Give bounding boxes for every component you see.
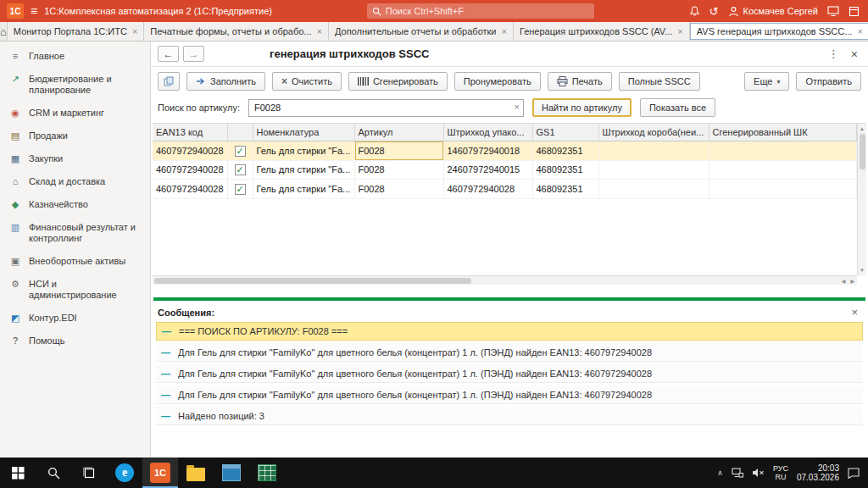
cell-article[interactable]: F0028 [354,160,443,180]
scroll-down-icon[interactable]: ▼ [860,265,865,275]
message-row[interactable]: — Найдено позиций: 3 [156,407,863,425]
table-row[interactable]: 4607972940028 ✓ Гель для стирки "Fa... F… [153,180,857,199]
notifications-bell-icon[interactable] [689,6,700,17]
history-icon[interactable]: ↺ [709,6,719,17]
form-more-menu-icon[interactable]: ⋮ [828,47,839,60]
service-menu-icon[interactable] [827,6,839,17]
sidebar-item-nsi-administration[interactable]: ⚙ НСИ и администрирование [0,273,150,307]
find-by-article-button[interactable]: Найти по артикулу [532,98,632,117]
row-checkbox[interactable]: ✓ [235,164,246,175]
scroll-up-icon[interactable]: ▲ [860,124,865,134]
cell-ean13[interactable]: 4607972940028 [153,160,227,180]
tab-monitor-its[interactable]: Монитор Портала 1С:ИТС × [8,22,144,41]
enumerate-button[interactable]: Пронумеровать [454,72,541,91]
cell-nomenclature[interactable]: Гель для стирки "Fa... [253,141,354,161]
taskbar-search-button[interactable] [36,458,71,488]
column-header-nomenclature[interactable]: Номенклатура [253,124,354,141]
global-search[interactable]: Поиск Ctrl+Shift+F [367,3,594,19]
message-row[interactable]: — Для Гель для стирки "FamilyKo" для цве… [156,364,863,383]
sidebar-item-noncurrent-assets[interactable]: ▣ Внеоборотные активы [0,250,150,273]
article-search-input[interactable] [248,99,524,117]
cell-ean13[interactable]: 4607972940028 [153,180,227,199]
cell-gs1[interactable]: 468092351 [532,160,598,180]
column-header-pack-barcode[interactable]: Штрихкод упако... [443,124,532,141]
full-sscc-button[interactable]: Полные SSCC [619,72,700,91]
tab-additional-reports[interactable]: Дополнительные отчеты и обработки × [329,22,514,41]
row-checkbox[interactable]: ✓ [235,184,246,195]
cell-article[interactable]: F0028 [354,180,443,199]
sidebar-item-treasury[interactable]: ◆ Казначейство [0,193,150,216]
cell-ean13[interactable]: 4607972940028 [153,141,227,161]
cell-generated[interactable] [709,141,857,161]
tab-close-icon[interactable]: × [857,26,862,36]
fill-button[interactable]: Заполнить [186,72,265,91]
cell-pack-barcode[interactable]: 24607972940015 [443,160,532,180]
cell-article[interactable]: F0028 [354,141,443,161]
tab-avs-sscc-generation[interactable]: AVS генерация штрихкодов SSCC... × [690,23,868,40]
copy-button[interactable] [158,72,180,91]
tab-close-icon[interactable]: × [502,26,507,36]
sidebar-item-main[interactable]: ≡ Главное [0,45,150,68]
tray-chevron-up-icon[interactable]: ∧ [717,469,723,477]
more-button[interactable]: Еще ▾ [744,72,789,91]
cell-generated[interactable] [709,180,857,199]
generate-button[interactable]: Сгенерировать [348,72,448,91]
column-header-box-barcode[interactable]: Штрихкод короба(неи... [598,124,709,141]
cell-gs1[interactable]: 468092351 [532,141,598,161]
cell-pack-barcode[interactable]: 4607972940028 [443,180,532,199]
vertical-scrollbar-thumb[interactable] [860,134,865,169]
home-tab-button[interactable]: ⌂ [0,22,8,41]
message-row[interactable]: — === ПОИСК ПО АРТИКУЛУ: F0028 === [156,322,863,341]
window-app-icon[interactable] [214,458,249,488]
column-header-article[interactable]: Артикул [354,124,443,141]
sidebar-item-sales[interactable]: ▤ Продажи [0,125,150,147]
cell-checkbox[interactable]: ✓ [227,141,253,161]
volume-muted-icon[interactable] [752,468,765,478]
cell-checkbox[interactable]: ✓ [227,160,253,180]
row-checkbox[interactable]: ✓ [235,146,246,157]
clock[interactable]: 20:03 07.03.2026 [797,463,839,482]
horizontal-scrollbar-thumb[interactable] [154,278,471,284]
sidebar-item-warehouse[interactable]: ⌂ Склад и доставка [0,170,150,193]
language-indicator[interactable]: РУС RU [773,464,788,481]
sidebar-item-purchases[interactable]: ▦ Закупки [0,147,150,170]
back-button[interactable]: ← [158,46,179,62]
cell-gs1[interactable]: 468092351 [532,180,598,199]
message-row[interactable]: — Для Гель для стирки "FamilyKo" для цве… [156,343,863,362]
send-button[interactable]: Отправить [796,72,861,91]
sidebar-item-financial-result[interactable]: ▥ Финансовый результат и контроллинг [0,216,150,250]
show-all-button[interactable]: Показать все [640,98,715,117]
column-header-ean13[interactable]: EAN13 код [153,124,227,141]
task-view-button[interactable] [71,458,107,488]
scroll-right-icon[interactable]: ▶ [848,278,857,284]
network-icon[interactable] [732,468,743,478]
cell-checkbox[interactable]: ✓ [227,180,253,199]
tab-close-icon[interactable]: × [317,26,322,36]
sidebar-item-crm[interactable]: ◉ CRM и маркетинг [0,102,150,125]
1c-app-icon[interactable]: 1С [142,458,178,488]
table-row[interactable]: 4607972940028 ✓ Гель для стирки "Fa... F… [153,141,857,161]
messages-close-icon[interactable]: × [851,306,861,319]
print-button[interactable]: Печать [548,72,612,91]
cell-box-barcode[interactable] [598,180,709,199]
table-row[interactable]: 4607972940028 ✓ Гель для стирки "Fa... F… [153,160,857,180]
message-row[interactable]: — Для Гель для стирки "FamilyKo" для цве… [156,385,863,404]
sidebar-item-help[interactable]: ? Помощь [0,330,150,352]
vertical-scrollbar[interactable]: ▲ ▼ [857,124,866,275]
collapse-panel-icon[interactable] [849,6,860,17]
cell-pack-barcode[interactable]: 14607972940018 [443,141,532,161]
cell-generated[interactable] [709,160,857,180]
cell-box-barcode[interactable] [598,141,709,161]
tab-close-icon[interactable]: × [132,26,137,36]
cell-nomenclature[interactable]: Гель для стирки "Fa... [253,180,354,199]
column-header-checkbox[interactable] [227,124,253,141]
start-button[interactable] [0,458,36,488]
scroll-left-icon[interactable]: ◀ [839,278,849,284]
form-close-icon[interactable]: × [851,47,858,61]
horizontal-scrollbar[interactable]: ◀ ▶ [153,275,857,285]
current-user[interactable]: Космачев Сергей [728,6,818,17]
forward-button[interactable]: → [183,46,204,62]
cell-nomenclature[interactable]: Гель для стирки "Fa... [253,160,354,180]
column-header-gs1[interactable]: GS1 [532,124,598,141]
input-clear-icon[interactable]: × [515,102,520,112]
